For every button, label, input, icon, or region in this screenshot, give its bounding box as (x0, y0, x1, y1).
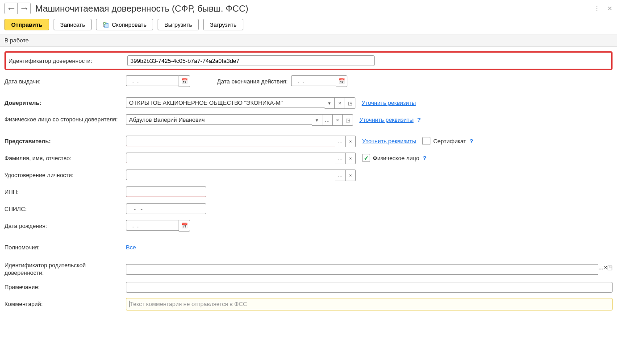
clear-icon[interactable]: × (346, 136, 356, 147)
comment-row: Комментарий: Текст комментария не отправ… (4, 298, 613, 311)
note-label: Примечание: (4, 284, 126, 290)
clear-icon[interactable]: × (604, 264, 607, 275)
refine-link[interactable]: Уточнить реквизиты (362, 138, 416, 145)
calendar-icon[interactable]: 📅 (336, 75, 347, 87)
idcard-value[interactable] (126, 170, 335, 180)
open-icon[interactable]: ◳ (607, 264, 613, 275)
principal-person-row: Физическое лицо со стороны доверителя: А… (4, 113, 613, 126)
end-date-input[interactable] (291, 75, 336, 86)
copy-icon (103, 21, 109, 28)
clear-icon[interactable]: × (335, 97, 345, 109)
refine-link[interactable]: Уточнить реквизиты (359, 116, 413, 123)
close-icon[interactable]: ✕ (607, 5, 613, 12)
ellipsis-icon[interactable]: … (335, 136, 346, 147)
ellipsis-icon[interactable]: … (335, 153, 346, 164)
copy-button[interactable]: Скопировать (96, 19, 153, 30)
help-icon[interactable]: ? (470, 138, 473, 145)
powers-label: Полномочия: (4, 244, 126, 251)
fio-combo[interactable]: … × (126, 153, 356, 163)
status-link[interactable]: В работе (4, 37, 29, 44)
more-icon[interactable]: ⋮ (594, 5, 600, 12)
ellipsis-icon[interactable]: … (322, 114, 333, 126)
principal-combo[interactable]: ОТКРЫТОЕ АКЦИОНЕРНОЕ ОБЩЕСТВО "ЭКОНИКА-М… (126, 97, 355, 108)
copy-label: Скопировать (112, 21, 146, 28)
page-title: Машиночитаемая доверенность (СФР, бывш. … (35, 4, 248, 14)
parent-id-label: Идентификатор родительской доверенности: (4, 262, 126, 277)
clear-icon[interactable]: × (346, 153, 356, 164)
indiv-label: Физическое лицо (373, 155, 419, 161)
powers-row: Полномочия: Все (4, 240, 613, 254)
note-input[interactable] (126, 282, 613, 293)
dates-row: Дата выдачи: 📅 Дата окончания действия: … (4, 74, 613, 88)
birth-input[interactable] (126, 220, 179, 231)
end-date-field[interactable]: 📅 (291, 75, 347, 87)
idcard-label: Удостоверение личности: (4, 172, 126, 178)
status-bar: В работе (0, 34, 617, 47)
snils-label: СНИЛС: (4, 206, 126, 212)
back-button[interactable]: 🡐 (5, 3, 17, 14)
inn-input[interactable] (126, 186, 206, 197)
export-button[interactable]: Выгрузить (158, 19, 199, 30)
clear-icon[interactable]: × (346, 170, 356, 181)
help-icon[interactable]: ? (417, 116, 421, 123)
fio-value[interactable] (126, 153, 335, 163)
parent-id-row: Идентификатор родительской доверенности:… (4, 262, 613, 277)
issue-date-input[interactable] (126, 75, 179, 86)
ellipsis-icon[interactable]: … (335, 170, 346, 181)
principal-person-label: Физическое лицо со стороны доверителя: (4, 116, 126, 124)
open-icon[interactable]: ◳ (343, 114, 353, 126)
comment-input[interactable]: Текст комментария не отправляется в ФСС (126, 298, 613, 310)
birth-date-field[interactable]: 📅 (126, 220, 190, 232)
cert-label: Сертификат (433, 138, 466, 145)
id-label: Идентификатор доверенности: (8, 58, 127, 64)
rep-row: Представитель: … × Уточнить реквизиты Се… (4, 134, 613, 148)
clear-icon[interactable]: × (333, 114, 343, 126)
cert-checkbox[interactable]: Сертификат (422, 137, 466, 145)
birth-label: Дата рождения: (4, 223, 126, 229)
ellipsis-icon[interactable]: … (598, 264, 604, 275)
idcard-combo[interactable]: … × (126, 170, 356, 180)
refine-link[interactable]: Уточнить реквизиты (362, 99, 416, 106)
form: Идентификатор доверенности: Дата выдачи:… (0, 47, 617, 319)
forward-button[interactable]: 🡒 (17, 3, 30, 14)
window-header: 🡐 🡒 Машиночитаемая доверенность (СФР, бы… (0, 0, 617, 17)
rep-label: Представитель: (4, 138, 126, 145)
parent-id-value[interactable] (126, 264, 598, 275)
fio-label: Фамилия, имя, отчество: (4, 155, 126, 161)
save-button[interactable]: Записать (54, 19, 92, 30)
birth-row: Дата рождения: 📅 (4, 219, 613, 232)
indiv-checkbox[interactable]: ✓ Физическое лицо (362, 154, 419, 162)
rep-value[interactable] (126, 136, 335, 146)
checkbox-icon[interactable]: ✓ (362, 154, 370, 162)
principal-row: Доверитель: ОТКРЫТОЕ АКЦИОНЕРНОЕ ОБЩЕСТВ… (4, 96, 613, 109)
parent-id-combo[interactable]: … × ◳ (126, 264, 613, 275)
calendar-icon[interactable]: 📅 (179, 220, 190, 232)
rep-combo[interactable]: … × (126, 136, 356, 146)
issue-date-field[interactable]: 📅 (126, 75, 190, 87)
powers-link[interactable]: Все (126, 244, 136, 251)
principal-value[interactable]: ОТКРЫТОЕ АКЦИОНЕРНОЕ ОБЩЕСТВО "ЭКОНИКА-М… (126, 97, 325, 108)
issue-date-label: Дата выдачи: (4, 78, 126, 85)
nav-buttons: 🡐 🡒 (4, 3, 31, 14)
calendar-icon[interactable]: 📅 (179, 75, 190, 87)
dropdown-icon[interactable]: ▾ (325, 97, 335, 109)
inn-row: ИНН: (4, 185, 613, 199)
note-row: Примечание: (4, 281, 613, 294)
send-button[interactable]: Отправить (4, 19, 49, 30)
open-icon[interactable]: ◳ (345, 97, 355, 109)
principal-person-value[interactable]: Абдулов Валерий Иванович (126, 114, 312, 125)
comment-label: Комментарий: (4, 301, 126, 307)
toolbar: Отправить Записать Скопировать Выгрузить… (0, 17, 617, 34)
fio-row: Фамилия, имя, отчество: … × ✓ Физическое… (4, 151, 613, 165)
principal-person-combo[interactable]: Абдулов Валерий Иванович ▾ … × ◳ (126, 114, 353, 125)
checkbox-icon[interactable] (422, 137, 430, 145)
id-input[interactable] (127, 55, 375, 66)
idcard-row: Удостоверение личности: … × (4, 168, 613, 182)
principal-label: Доверитель: (4, 99, 126, 106)
help-icon[interactable]: ? (423, 155, 426, 161)
dropdown-icon[interactable]: ▾ (312, 114, 322, 126)
import-button[interactable]: Загрузить (203, 19, 243, 30)
snils-input[interactable] (126, 203, 206, 214)
comment-placeholder: Текст комментария не отправляется в ФСС (129, 301, 247, 307)
end-date-label: Дата окончания действия: (217, 78, 291, 85)
